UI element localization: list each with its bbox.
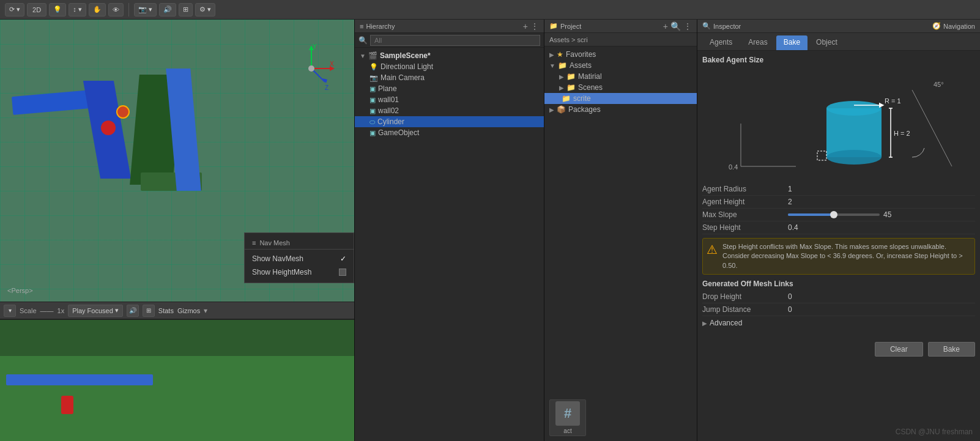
- project-tree: ▶ ★ Favorites ▼ 📁 Assets ▶ 📁 Matirial ▶ …: [544, 46, 697, 395]
- scene-panel: Y X Z <Persp> ≡ Na: [0, 20, 355, 441]
- scene-icon: 🎬: [368, 51, 377, 60]
- scene-bottom-bar: ▾ Scale —— 1x Play Focused ▾ 🔊 ⊞ Stats G…: [0, 302, 354, 319]
- hierarchy-item-wall02[interactable]: ▣ wall02: [355, 105, 544, 116]
- hierarchy-item-plane[interactable]: ▣ Plane: [355, 83, 544, 94]
- play-focused-btn[interactable]: Play Focused ▾: [68, 305, 123, 317]
- bake-button[interactable]: Bake: [928, 342, 975, 357]
- scene-view[interactable]: Y X Z <Persp> ≡ Na: [0, 20, 354, 302]
- max-slope-slider[interactable]: 45: [788, 210, 975, 219]
- agent-height-value[interactable]: 2: [788, 198, 975, 206]
- scenes-icon: 📁: [566, 83, 576, 92]
- hierarchy-more-btn[interactable]: ⋮: [530, 22, 539, 31]
- scrite-icon: 📁: [562, 94, 571, 103]
- scrite-item[interactable]: 📁 scrite: [544, 93, 697, 104]
- show-navmesh-label: Show NavMesh: [252, 254, 303, 263]
- hierarchy-item-gameobject[interactable]: ▣ GameObject: [355, 127, 544, 138]
- generated-links-header: Generated Off Mesh Links: [702, 280, 975, 288]
- hierarchy-item-wall01[interactable]: ▣ wall01: [355, 94, 544, 105]
- project-add-btn[interactable]: +: [663, 22, 668, 31]
- matirial-icon: 📁: [566, 72, 576, 81]
- hand-tool[interactable]: ✋: [89, 3, 106, 17]
- svg-text:0.4: 0.4: [729, 163, 738, 171]
- show-heightmesh-item[interactable]: Show HeightMesh: [245, 265, 354, 279]
- matirial-item[interactable]: ▶ 📁 Matirial: [544, 71, 697, 82]
- hierarchy-tree: ▼ 🎬 SampleScene* 💡 Directional Light 📷 M…: [355, 48, 544, 441]
- grid-btn[interactable]: ⊞: [179, 3, 193, 17]
- settings-dropdown[interactable]: ⚙ ▾: [195, 3, 215, 17]
- advanced-row[interactable]: ▶ Advanced: [702, 316, 975, 330]
- rotate-tool[interactable]: ⟳ ▾: [5, 3, 24, 17]
- plane-label: Plane: [378, 84, 397, 93]
- tab-areas[interactable]: Areas: [741, 35, 774, 50]
- hierarchy-item-main-camera[interactable]: 📷 Main Camera: [355, 72, 544, 83]
- 2d-toggle[interactable]: 2D: [27, 3, 46, 17]
- hierarchy-item-directional-light[interactable]: 💡 Directional Light: [355, 61, 544, 72]
- packages-item[interactable]: ▶ 📦 Packages: [544, 104, 697, 115]
- svg-text:H = 2: H = 2: [894, 130, 910, 137]
- favorites-star-icon: ★: [557, 50, 563, 59]
- play-focused-label: Play Focused: [72, 307, 113, 314]
- clear-button[interactable]: Clear: [875, 342, 923, 357]
- object-sphere: [101, 120, 116, 135]
- warning-icon: ⚠: [707, 242, 718, 270]
- project-title-text: Project: [560, 23, 581, 30]
- game-ground: [0, 356, 354, 441]
- scene-root-item[interactable]: ▼ 🎬 SampleScene*: [355, 50, 544, 61]
- audio-toggle[interactable]: 🔊: [127, 305, 139, 317]
- tab-bake[interactable]: Bake: [776, 35, 807, 50]
- asset-label: act: [563, 428, 571, 434]
- slider-track[interactable]: [788, 213, 880, 216]
- inspector-icon: 🔍: [702, 22, 711, 30]
- hash-icon: #: [555, 401, 580, 426]
- step-height-value[interactable]: 0.4: [788, 223, 975, 232]
- jump-distance-row: Jump Distance 0: [702, 303, 975, 316]
- light-tool[interactable]: 💡: [49, 3, 66, 17]
- wall02-icon: ▣: [369, 107, 376, 115]
- audio-btn[interactable]: 🔊: [159, 3, 176, 17]
- btn-row: Clear Bake: [702, 337, 975, 361]
- camera-dropdown[interactable]: 📷 ▾: [134, 3, 157, 17]
- max-slope-value[interactable]: 45: [883, 210, 975, 219]
- inspector-title-text: Inspector: [713, 23, 741, 30]
- scenes-item[interactable]: ▶ 📁 Scenes: [544, 82, 697, 93]
- step-height-label: Step Height: [702, 223, 788, 232]
- project-panel: 📁 Project + 🔍 ⋮ Assets > scri ▶ ★ Favori…: [544, 20, 697, 441]
- agent-radius-value[interactable]: 1: [788, 185, 975, 193]
- project-more-btn[interactable]: ⋮: [683, 22, 692, 31]
- main-camera-icon: 📷: [369, 74, 378, 82]
- svg-point-17: [826, 150, 882, 165]
- tab-agents[interactable]: Agents: [702, 35, 740, 50]
- stats-btn[interactable]: Stats: [158, 307, 174, 314]
- move-tool[interactable]: ↕ ▾: [69, 3, 86, 17]
- main-area: Y X Z <Persp> ≡ Na: [0, 20, 980, 441]
- hierarchy-add-btn[interactable]: +: [523, 22, 528, 31]
- scene-options-btn[interactable]: ▾: [4, 305, 16, 317]
- favorites-item[interactable]: ▶ ★ Favorites: [544, 49, 697, 60]
- scene-gizmo: Y X Z: [287, 44, 336, 93]
- heightmesh-checkbox[interactable]: [339, 269, 346, 276]
- hierarchy-header: ≡ Hierarchy + ⋮: [355, 20, 544, 33]
- assets-folder-icon: 📁: [558, 61, 567, 70]
- svg-point-9: [308, 65, 314, 72]
- hierarchy-item-cylinder[interactable]: ⬭ Cylinder: [355, 116, 544, 127]
- packages-arrow: ▶: [549, 106, 554, 113]
- navigation-icon: 🧭: [932, 22, 941, 30]
- scene-root-label: SampleScene*: [380, 51, 431, 60]
- assets-item[interactable]: ▼ 📁 Assets: [544, 60, 697, 71]
- gizmos-btn[interactable]: Gizmos: [177, 307, 200, 314]
- grid-toggle[interactable]: ⊞: [143, 305, 155, 317]
- baked-agent-size-title: Baked Agent Size: [702, 56, 975, 64]
- game-view[interactable]: [0, 319, 354, 441]
- slider-thumb[interactable]: [830, 211, 837, 218]
- watermark: CSDN @JNU freshman: [896, 428, 973, 436]
- tab-object[interactable]: Object: [809, 35, 845, 50]
- drop-height-value[interactable]: 0: [788, 292, 975, 301]
- project-actions: + 🔍 ⋮: [663, 22, 692, 31]
- hierarchy-search-input[interactable]: [370, 35, 540, 46]
- eye-tool[interactable]: 👁: [108, 3, 124, 17]
- show-navmesh-item[interactable]: Show NavMesh ✓: [245, 252, 354, 265]
- scale-label: Scale: [20, 307, 37, 314]
- project-search-btn[interactable]: 🔍: [670, 22, 681, 31]
- jump-distance-value[interactable]: 0: [788, 305, 975, 314]
- asset-item[interactable]: # act: [549, 399, 586, 436]
